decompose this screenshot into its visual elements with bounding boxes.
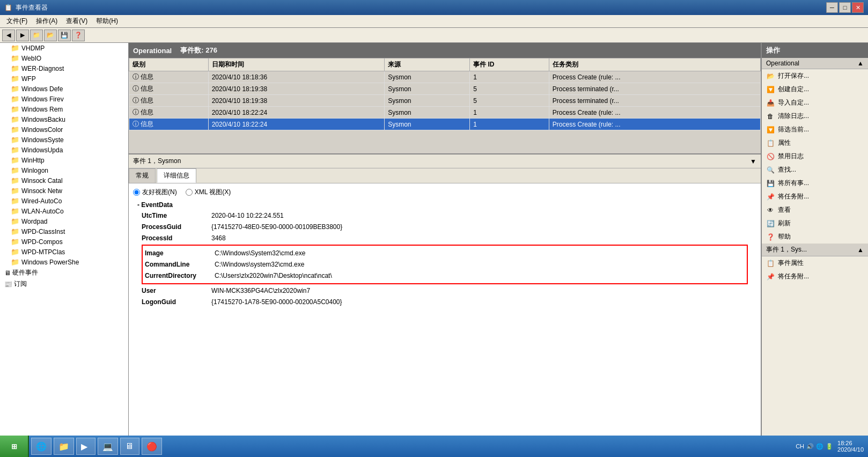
tree-item-wdefender[interactable]: 📁Windows Defe [0,84,128,94]
tree-item-wired[interactable]: 📁Wired-AutoCo [0,196,128,206]
table-row[interactable]: ⓘ 信息2020/4/10 18:19:38Sysmon5Process ter… [129,83,761,95]
action-item-打开保存...[interactable]: 📂打开保存... [762,69,868,83]
field-processid: ProcessId 3468 [142,233,756,243]
taskbar-item-cmd[interactable]: 💻 [98,438,118,455]
action-item-将任务附...[interactable]: 📌将任务附... [762,270,868,283]
tray-icon-2: 🌐 [816,443,823,450]
radio-xml-label: XML 视图(X) [195,188,231,197]
actions-section-event[interactable]: 事件 1，Sys... ▲ [762,244,868,256]
hardware-icon: 🖥 [4,269,11,277]
folder-icon: 📁 [11,136,19,144]
tab-general[interactable]: 常规 [129,168,156,183]
action-item-查看[interactable]: 👁查看 [762,203,868,217]
tree-item-wer[interactable]: 📁WER-Diagnost [0,63,128,73]
tree-item-winsock-catalog[interactable]: 📁Winsock Catal [0,175,128,186]
detail-collapse-icon[interactable]: ▼ [750,158,756,165]
radio-xml-input[interactable] [186,189,193,196]
action-item-属性[interactable]: 📋属性 [762,136,868,150]
tree-item-wcolor[interactable]: 📁WindowsColor [0,124,128,135]
cell-2: Sysmon [385,107,470,119]
folder-icon: 📁 [11,105,19,113]
tree-item-wsystem[interactable]: 📁WindowsSyste [0,135,128,145]
actions-section-operational[interactable]: Operational ▲ [762,58,868,69]
taskbar-item-ie[interactable]: 🌐 [31,438,52,455]
action-item-将所有事...[interactable]: 💾将所有事... [762,176,868,190]
toolbar-forward[interactable]: ▶ [16,30,29,41]
tree-item-subscribe[interactable]: 📰 订阅 [0,278,128,290]
toolbar-up[interactable]: 📁 [30,30,43,41]
date: 2020/4/10 [837,446,864,453]
action-item-清除日志...[interactable]: 🗑清除日志... [762,109,868,123]
tree-item-wpd-class[interactable]: 📁WPD-ClassInst [0,226,128,237]
tab-detail[interactable]: 详细信息 [157,168,196,183]
tree-item-wfirewall[interactable]: 📁Windows Firev [0,94,128,104]
tree-item-wordpad[interactable]: 📁Wordpad [0,216,128,226]
detail-header-text: 事件 1，Sysmon [133,157,181,166]
action-label: 将所有事... [778,179,809,188]
action-item-创建自定...[interactable]: 🔽创建自定... [762,83,868,96]
menu-view[interactable]: 查看(V) [62,16,92,27]
taskbar-item-red[interactable]: 🔴 [142,438,162,455]
tree-item-hardware[interactable]: 🖥 硬件事件 [0,267,128,278]
table-row[interactable]: ⓘ 信息2020/4/10 18:22:24Sysmon1Process Cre… [129,107,761,119]
radio-friendly[interactable]: 友好视图(N) [133,188,177,197]
tree-item-wpd-comp[interactable]: 📁WPD-Compos [0,237,128,247]
table-row[interactable]: ⓘ 信息2020/4/10 18:19:38Sysmon5Process ter… [129,95,761,107]
tree-item-winsock-net[interactable]: 📁Winsock Netw [0,186,128,196]
taskbar-item-explorer[interactable]: 📁 [54,438,74,455]
red-icon: 🔴 [146,441,157,452]
action-item-查找...[interactable]: 🔍查找... [762,163,868,176]
tree-item-wpd-mtp[interactable]: 📁WPD-MTPClas [0,247,128,257]
tree-item-winhttp[interactable]: 📁WinHttp [0,155,128,165]
action-item-帮助[interactable]: ❓帮助 [762,230,868,244]
tree-item-wfp[interactable]: 📁WFP [0,73,128,84]
clock: 18:26 2020/4/10 [837,440,864,453]
menu-bar: 文件(F) 操作(A) 查看(V) 帮助(H) [0,15,868,28]
table-row[interactable]: ⓘ 信息2020/4/10 18:18:36Sysmon1Process Cre… [129,71,761,83]
log-header: Operational 事件数: 276 [129,43,761,58]
action-label: 导入自定... [778,98,809,107]
menu-file[interactable]: 文件(F) [2,16,32,27]
menu-help[interactable]: 帮助(H) [92,16,122,27]
tree-item-powershell[interactable]: 📁Windows PowerShe [0,257,128,267]
events-table: 级别 日期和时间 来源 事件 ID 任务类别 ⓘ 信息2020/4/10 18:… [129,58,761,130]
taskbar-item-media[interactable]: ▶ [76,438,95,455]
action-item-禁用日志[interactable]: 🚫禁用日志 [762,150,868,163]
close-button[interactable]: ✕ [852,2,864,13]
cell-2: Sysmon [385,119,470,130]
action-item-导入自定...[interactable]: 📥导入自定... [762,96,868,109]
events-table-container[interactable]: 级别 日期和时间 来源 事件 ID 任务类别 ⓘ 信息2020/4/10 18:… [129,58,761,154]
action-item-将任务附...[interactable]: 📌将任务附... [762,190,868,203]
col-task: 任务类别 [549,58,760,71]
toolbar-folder[interactable]: 📂 [44,30,57,41]
tree-item-wremote[interactable]: 📁Windows Rem [0,104,128,114]
action-label: 打开保存... [778,71,809,80]
minimize-button[interactable]: ─ [826,2,838,13]
event-data-section: - EventData UtcTime 2020-04-10 10:22:24.… [133,201,756,307]
cell-3: 1 [470,107,549,119]
tree-item-winlogon[interactable]: 📁Winlogon [0,165,128,175]
taskbar-item-eventviewer[interactable]: 🖥 [120,438,139,455]
action-item-事件属性[interactable]: 📋事件属性 [762,256,868,270]
action-icon: 🔽 [766,126,775,134]
toolbar-save[interactable]: 💾 [58,30,71,41]
toolbar-help[interactable]: ❓ [72,30,85,41]
table-row[interactable]: ⓘ 信息2020/4/10 18:22:24Sysmon1Process Cre… [129,119,761,130]
toolbar-back[interactable]: ◀ [2,30,15,41]
action-item-刷新[interactable]: 🔄刷新 [762,217,868,230]
maximize-button[interactable]: □ [839,2,851,13]
menu-action[interactable]: 操作(A) [32,16,62,27]
action-item-筛选当前...[interactable]: 🔽筛选当前... [762,123,868,136]
tree-item-wlan[interactable]: 📁WLAN-AutoCo [0,206,128,216]
field-name-logonguid: LogonGuid [142,297,211,307]
tree-item-wupdate[interactable]: 📁WindowsUpda [0,145,128,155]
radio-xml[interactable]: XML 视图(X) [186,188,231,197]
tree-item-webio[interactable]: 📁WebIO [0,53,128,63]
tree-item-wbackup[interactable]: 📁WindowsBacku [0,114,128,124]
tree-item-vhdmp[interactable]: 📁VHDMP [0,43,128,53]
app-icon: 📋 [4,4,12,11]
start-button[interactable]: ⊞ [0,436,29,457]
start-label: ⊞ [11,443,17,451]
radio-friendly-input[interactable] [133,189,140,196]
lang-indicator: CH [796,443,804,449]
